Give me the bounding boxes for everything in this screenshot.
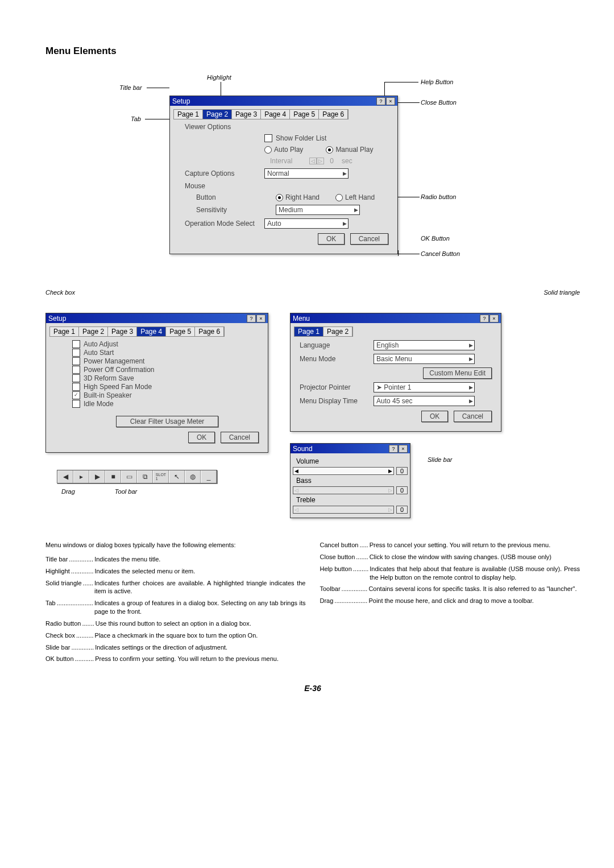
checkbox[interactable] [72,357,80,365]
tab-page6[interactable]: Page 6 [195,327,224,336]
definition-dots: ............... [342,585,368,593]
left-hand-radio[interactable] [335,194,343,201]
definition-text: Click to close the window with saving ch… [370,553,580,561]
opmode-dropdown[interactable]: Auto▶ [264,218,349,229]
checkbox[interactable] [72,374,80,382]
clear-filter-button[interactable]: Clear Filter Usage Meter [116,416,219,427]
checkbox-row: ✓Built-in Speaker [72,391,259,399]
button-label: Button [185,193,276,201]
tab-page3[interactable]: Page 3 [108,327,137,336]
tab-page6[interactable]: Page 6 [319,110,348,119]
checkbox[interactable] [72,349,80,357]
definition-row: Drag ................... Point the mouse… [320,597,580,605]
checkbox[interactable] [72,366,80,374]
checkbox-label: Auto Adjust [84,340,118,348]
definition-dots: ....... [356,553,368,561]
help-icon[interactable]: ? [247,315,256,323]
chevron-right-icon: ▶ [469,385,473,390]
titlebar[interactable]: Setup ?× [46,313,268,323]
sensitivity-dropdown[interactable]: Medium▶ [276,205,360,215]
description-columns: Menu windows or dialog boxes typically h… [45,541,580,667]
ok-button[interactable]: OK [188,432,215,443]
stop-icon[interactable]: ■ [105,470,121,483]
tab-page2[interactable]: Page 2 [203,110,232,119]
tab-page3[interactable]: Page 3 [232,110,261,119]
menu-display-time-dropdown[interactable]: Auto 45 sec▶ [374,396,475,406]
volume-label: Volume [293,457,330,465]
tab-page5[interactable]: Page 5 [290,110,319,119]
checkbox[interactable] [72,383,80,391]
close-icon[interactable]: × [399,445,408,453]
help-icon[interactable]: ? [389,445,398,453]
close-icon[interactable]: × [386,97,395,105]
titlebar-text: Setup [48,315,66,323]
manual-play-radio[interactable] [326,146,333,154]
menu-mode-label: Menu Mode [300,355,374,363]
titlebar[interactable]: Setup ?× [170,96,397,106]
menu-mode-dropdown[interactable]: Basic Menu▶ [374,354,475,364]
auto-play-label: Auto Play [274,146,303,154]
show-folder-checkbox[interactable] [264,134,272,142]
definition-row: Radio button ....... Use this round butt… [45,619,306,628]
tab-page2[interactable]: Page 2 [79,327,108,336]
treble-slider[interactable]: ◁▷ [293,506,394,514]
prev-icon[interactable]: ◀ [57,470,73,483]
cancel-button[interactable]: Cancel [350,233,388,245]
definition-dots: .............. [69,555,93,564]
auto-play-radio[interactable] [264,146,272,154]
close-icon[interactable]: × [256,315,265,323]
minimize-icon[interactable]: _ [201,470,217,483]
tab-page1[interactable]: Page 1 [50,327,79,336]
definition-term: Check box [45,631,75,640]
tab-page4[interactable]: Page 4 [137,327,166,336]
opmode-label: Operation Mode Select [185,220,264,228]
tab-page2[interactable]: Page 2 [323,327,352,336]
diagram-area-bottom: Setup ?× Page 1 Page 2 Page 3 Page 4 Pag… [45,313,580,518]
volume-slider[interactable]: ◀▶ [293,467,394,475]
definition-text: Press to cancel your setting. You will r… [370,541,580,549]
checkbox-label: Idle Mode [84,400,114,408]
help-icon[interactable]: ? [480,315,489,323]
projector-pointer-dropdown[interactable]: ➤ Pointer 1▶ [374,382,475,392]
tab-page1[interactable]: Page 1 [174,110,203,119]
right-hand-radio[interactable] [276,194,283,201]
bass-slider[interactable]: ◁▷ [293,486,394,494]
pointer-icon[interactable]: ↖ [169,470,185,483]
video-icon[interactable]: ▭ [121,470,137,483]
play-icon[interactable]: ▶ [89,470,105,483]
help-icon[interactable]: ? [376,97,385,105]
left-hand-label: Left Hand [345,193,375,201]
checkbox[interactable]: ✓ [72,391,80,399]
next-small-icon[interactable]: ▸ [73,470,89,483]
definition-row: Cancel button ..... Press to cancel your… [320,541,580,549]
copy-icon[interactable]: ⧉ [137,470,153,483]
menu-display-time-label: Menu Display Time [300,397,374,405]
tab-row: Page 1 Page 2 Page 3 Page 4 Page 5 Page … [173,109,349,119]
definition-text: Indicates the menu title. [94,555,305,564]
toolbar[interactable]: ◀ ▸ ▶ ■ ▭ ⧉ SLOT1 ↖ ◍ _ [57,470,217,483]
tab-page5[interactable]: Page 5 [166,327,195,336]
definition-text: Indicates a group of features in a dialo… [94,599,306,616]
slot-icon[interactable]: SLOT1 [153,470,169,483]
capture-dropdown[interactable]: Normal▶ [264,168,349,179]
ok-button[interactable]: OK [421,411,448,422]
definition-term: Toolbar [320,585,341,593]
definition-text: Indicates further choices are available.… [94,579,306,596]
ok-button[interactable]: OK [318,233,345,245]
tab-page4[interactable]: Page 4 [261,110,290,119]
close-icon[interactable]: × [489,315,499,323]
cancel-button[interactable]: Cancel [454,411,492,422]
globe-icon[interactable]: ◍ [185,470,201,483]
checkbox[interactable] [72,340,80,348]
checkbox[interactable] [72,400,80,408]
cancel-button[interactable]: Cancel [221,432,259,443]
custom-menu-edit-button[interactable]: Custom Menu Edit [423,367,492,379]
chevron-right-icon: ▶ [354,207,358,213]
dialog-setup-main: Setup ?× Page 1 Page 2 Page 3 Page 4 Pag… [169,96,398,254]
titlebar[interactable]: Menu ?× [291,313,501,323]
definition-term: Drag [320,597,334,605]
callout-radio: Radio button [421,193,456,200]
language-dropdown[interactable]: English▶ [374,340,475,350]
titlebar[interactable]: Sound ?× [291,444,410,453]
tab-page1[interactable]: Page 1 [294,327,323,336]
